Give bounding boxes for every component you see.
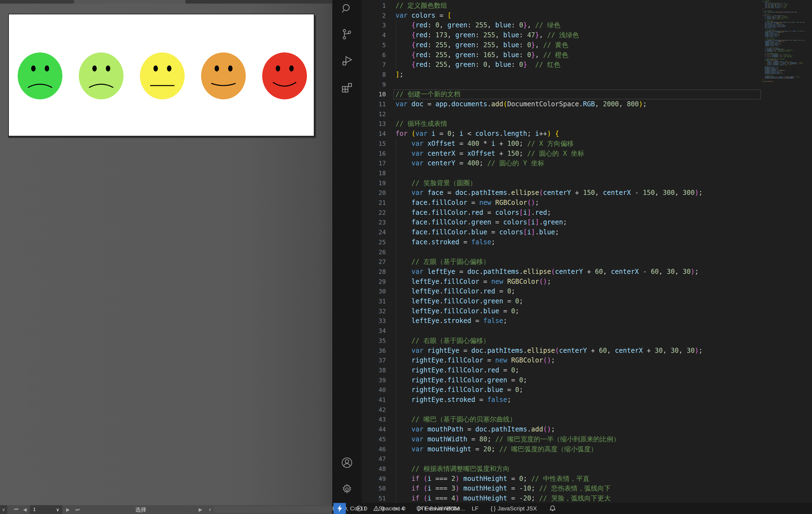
prev-artboard-icon[interactable]: ◀︎ — [22, 505, 28, 514]
code-line[interactable]: 38 rightEye.fillColor.red = 0; — [361, 366, 812, 375]
eol-setting[interactable]: LF — [472, 503, 478, 514]
minimap[interactable]: // 定义颜色数组 var colors = [ {red: 0, green:… — [761, 0, 812, 503]
activity-bar — [332, 0, 361, 503]
code-line[interactable]: 21 face.fillColor = new RGBColor(); — [361, 198, 812, 208]
code-line[interactable]: 3 {red: 0, green: 255, blue: 0}, // 绿色 — [361, 21, 812, 30]
code-line[interactable]: 16 var centerX = xOffset + 150; // 圆心的 X… — [361, 149, 812, 159]
extensions-icon[interactable] — [341, 81, 353, 93]
code-line[interactable]: 50 if (i === 3) mouthHeight = -10; // 悲伤… — [361, 484, 812, 493]
code-line[interactable]: 41 rightEye.stroked = false; — [361, 395, 812, 405]
code-line[interactable]: 33 leftEye.stroked = false; — [361, 316, 812, 326]
code-line[interactable]: 49 if (i === 2) mouthHeight = 0; // 中性表情… — [361, 474, 812, 484]
code-line[interactable]: 48 // 根据表情调整嘴巴弧度和方向 — [361, 464, 812, 474]
scrollbar-left-arrow-icon[interactable]: ‹ — [206, 505, 214, 514]
red-face — [262, 53, 307, 99]
light-green-face — [79, 53, 124, 99]
code-line[interactable]: 28 var leftEye = doc.pathItems.ellipse(c… — [361, 267, 812, 277]
code-line[interactable]: 37 rightEye.fillColor = new RGBColor(); — [361, 355, 812, 366]
orange-face — [201, 53, 246, 99]
line-number: 21 — [361, 198, 386, 208]
language-mode[interactable]: { } JavaScript JSX — [491, 503, 537, 514]
code-line[interactable]: 43 // 嘴巴（基于圆心的贝塞尔曲线） — [361, 415, 812, 425]
code-line[interactable]: 14for (var i = 0; i < colors.length; i++… — [361, 129, 812, 139]
line-number: 38 — [361, 366, 386, 375]
indent-guide — [396, 139, 396, 503]
code-line[interactable]: 29 leftEye.fillColor = new RGBColor(); — [361, 277, 812, 287]
code-line[interactable]: 15 var xOffset = 400 * i + 100; // X 方向偏… — [361, 139, 812, 149]
line-number: 26 — [361, 247, 386, 257]
code-line[interactable]: 10// 创建一个新的文档 — [361, 89, 812, 99]
code-line[interactable]: 2var colors = [ — [361, 11, 812, 21]
problems-warnings[interactable]: 0 — [373, 503, 384, 514]
code-line[interactable]: 19 // 笑脸背景（圆圈） — [361, 178, 812, 188]
code-line[interactable]: 25 face.stroked = false; — [361, 237, 812, 247]
artboard-dropdown-chevron-icon[interactable]: ∨ — [53, 505, 62, 514]
first-artboard-icon[interactable]: ⏮︎ — [12, 505, 21, 514]
code-line[interactable]: 23 face.fillColor.green = colors[i].gree… — [361, 218, 812, 227]
remote-indicator[interactable] — [334, 503, 346, 514]
horizontal-scrollbar[interactable] — [214, 506, 331, 513]
account-icon[interactable] — [341, 457, 353, 469]
code-line[interactable]: 26 — [361, 247, 812, 257]
active-tab-segment[interactable] — [74, 0, 185, 4]
code-line[interactable]: 18 — [361, 168, 812, 178]
code-line[interactable]: 42 — [361, 405, 812, 415]
line-number: 2 — [361, 11, 386, 21]
code-line[interactable]: 6 {red: 255, green: 165, blue: 0}, // 橙色 — [361, 50, 812, 60]
code-line[interactable]: 9 — [361, 80, 812, 90]
line-number: 47 — [361, 454, 386, 464]
code-line[interactable]: 1// 定义颜色数组 — [361, 1, 812, 11]
status-expand-icon[interactable]: ▶︎ — [197, 505, 204, 514]
code-line[interactable]: 13// 循环生成表情 — [361, 119, 812, 129]
code-line[interactable]: 22 face.fillColor.red = colors[i].red; — [361, 208, 812, 218]
code-line[interactable]: 27 // 左眼（基于圆心偏移） — [361, 257, 812, 267]
line-number: 35 — [361, 336, 386, 346]
feedback-counter[interactable]: 0 — [394, 503, 405, 514]
code-line[interactable]: 7 {red: 255, green: 0, blue: 0} // 红色 — [361, 60, 812, 70]
line-number: 15 — [361, 139, 386, 149]
code-line[interactable]: 12 — [361, 109, 812, 119]
illustrator-canvas-pane[interactable]: ∨ ⏮︎ ◀︎ 1 ∨ ▶︎ ⏭︎ 选择 ▶︎ ‹ — [0, 0, 332, 514]
code-line[interactable]: 30 leftEye.fillColor.red = 0; — [361, 287, 812, 296]
code-line[interactable]: 36 var rightEye = doc.pathItems.ellipse(… — [361, 346, 812, 356]
next-artboard-icon[interactable]: ▶︎ — [64, 505, 72, 514]
code-line[interactable]: 34 — [361, 326, 812, 336]
code-line[interactable]: 47 — [361, 454, 812, 464]
search-icon[interactable] — [341, 3, 353, 15]
code-line[interactable]: 45 var mouthWidth = 80; // 嘴巴宽度的一半（缩小到原来… — [361, 434, 812, 445]
code-line[interactable]: 31 leftEye.fillColor.green = 0; — [361, 296, 812, 307]
source-control-icon[interactable] — [341, 28, 353, 40]
code-line[interactable]: 11var doc = app.documents.add(DocumentCo… — [361, 99, 812, 109]
line-number: 14 — [361, 129, 386, 139]
code-line[interactable]: 39 rightEye.fillColor.green = 0; — [361, 375, 812, 385]
code-line[interactable]: 5 {red: 255, green: 255, blue: 0}, // 黄色 — [361, 40, 812, 50]
run-debug-icon[interactable] — [341, 55, 353, 67]
line-number: 3 — [361, 21, 386, 30]
artboard-number-field[interactable]: 1 — [30, 505, 56, 514]
document-tab-strip[interactable] — [0, 0, 332, 4]
code-editor[interactable]: 1// 定义颜色数组2var colors = [3 {red: 0, gree… — [361, 0, 812, 503]
code-line[interactable]: 40 rightEye.fillColor.blue = 0; — [361, 385, 812, 395]
problems-errors[interactable]: 0 — [356, 503, 367, 514]
code-line[interactable]: 17 var centerY = 400; // 圆心的 Y 坐标 — [361, 159, 812, 168]
code-line[interactable]: 44 var mouthPath = doc.pathItems.add(); — [361, 425, 812, 434]
last-artboard-icon[interactable]: ⏭︎ — [73, 505, 82, 514]
line-number: 28 — [361, 267, 386, 277]
broadcast-icon — [394, 506, 400, 512]
code-line[interactable]: 35 // 右眼（基于圆心偏移） — [361, 336, 812, 346]
run-task-button[interactable]: Eval in Adobe... — [417, 503, 465, 514]
code-line[interactable]: 46 var mouthHeight = 20; // 嘴巴弧度的高度（缩小弧度… — [361, 445, 812, 454]
line-number: 37 — [361, 355, 386, 366]
code-line[interactable]: 20 var face = doc.pathItems.ellipse(cent… — [361, 188, 812, 198]
code-line[interactable]: 4 {red: 173, green: 255, blue: 47}, // 浅… — [361, 30, 812, 40]
play-outline-icon — [417, 506, 423, 512]
code-line[interactable]: 8]; — [361, 70, 812, 80]
code-line[interactable]: 24 face.fillColor.blue = colors[i].blue; — [361, 227, 812, 237]
zoom-dropdown-chevron-icon[interactable]: ∨ — [0, 505, 7, 514]
code-line[interactable]: 32 leftEye.fillColor.blue = 0; — [361, 307, 812, 316]
settings-gear-icon[interactable] — [341, 483, 353, 495]
line-number: 51 — [361, 493, 386, 503]
notifications-bell-icon[interactable] — [549, 503, 556, 514]
code-line[interactable]: 51 if (i === 4) mouthHeight = -20; // 哭脸… — [361, 493, 812, 503]
indent-guide — [396, 21, 396, 70]
